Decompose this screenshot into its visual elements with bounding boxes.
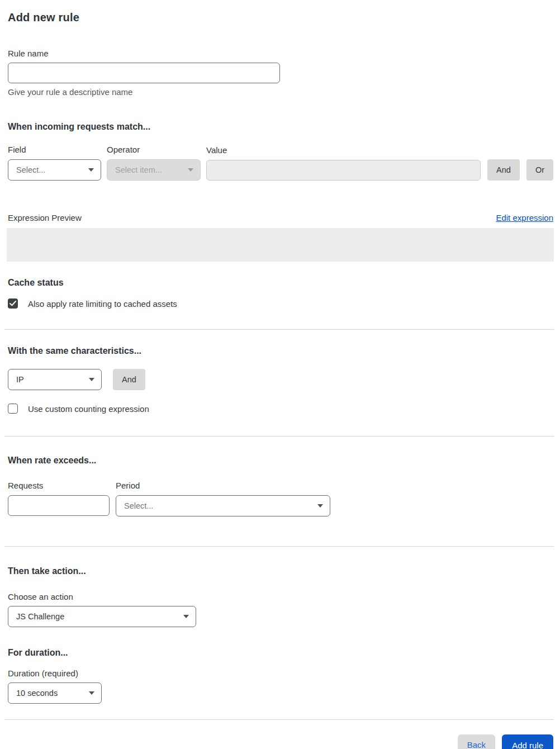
check-icon — [10, 301, 16, 306]
rate-heading: When rate exceeds... — [8, 456, 553, 466]
action-select-value: JS Challenge — [16, 612, 64, 621]
rule-name-input[interactable] — [8, 63, 280, 83]
add-characteristic-and-button[interactable]: And — [113, 369, 145, 390]
value-input — [206, 160, 481, 181]
section-divider — [4, 329, 554, 330]
duration-heading: For duration... — [8, 648, 553, 658]
field-select[interactable]: Select... — [8, 159, 101, 181]
rule-name-helper: Give your rule a descriptive name — [8, 87, 553, 97]
action-heading: Then take action... — [8, 566, 553, 576]
requests-label: Requests — [8, 481, 110, 490]
cached-assets-checkbox-label: Also apply rate limiting to cached asset… — [28, 299, 177, 309]
characteristics-heading: With the same characteristics... — [8, 346, 553, 356]
field-select-value: Select... — [16, 165, 45, 174]
duration-label: Duration (required) — [8, 669, 553, 678]
rule-name-label: Rule name — [8, 49, 553, 58]
period-select[interactable]: Select... — [116, 495, 330, 516]
cache-status-heading: Cache status — [8, 278, 553, 288]
page-title: Add new rule — [8, 11, 553, 24]
cache-checkbox-row: Also apply rate limiting to cached asset… — [8, 298, 553, 309]
section-divider — [4, 436, 554, 437]
custom-counting-checkbox[interactable] — [8, 404, 18, 414]
requests-input[interactable] — [8, 495, 110, 516]
chevron-down-icon — [317, 504, 323, 508]
custom-counting-checkbox-label: Use custom counting expression — [28, 404, 149, 414]
choose-action-label: Choose an action — [8, 592, 553, 601]
or-condition-button[interactable]: Or — [526, 159, 553, 181]
operator-select: Select item... — [107, 159, 201, 181]
expression-preview-box — [7, 228, 554, 262]
section-divider — [4, 546, 554, 547]
operator-label: Operator — [107, 145, 201, 154]
back-button[interactable]: Back — [458, 734, 495, 749]
expression-preview-label: Expression Preview — [8, 213, 82, 222]
characteristic-select-value: IP — [16, 375, 24, 384]
footer-divider — [4, 719, 554, 720]
period-select-value: Select... — [124, 501, 153, 510]
chevron-down-icon — [89, 378, 94, 381]
action-select[interactable]: JS Challenge — [8, 606, 196, 627]
period-label: Period — [116, 481, 330, 490]
field-label: Field — [8, 145, 101, 154]
match-builder-row: Field Select... Operator Select item... … — [8, 145, 553, 181]
add-rule-form: Add new rule Rule name Give your rule a … — [0, 0, 560, 749]
add-rule-button[interactable]: Add rule — [502, 734, 553, 749]
operator-select-value: Select item... — [115, 165, 162, 174]
match-section-heading: When incoming requests match... — [8, 122, 553, 132]
duration-select[interactable]: 10 seconds — [8, 682, 102, 704]
chevron-down-icon — [88, 168, 94, 172]
chevron-down-icon — [183, 615, 189, 618]
value-label: Value — [206, 145, 481, 155]
footer-actions: Back Add rule — [8, 734, 553, 749]
cached-assets-checkbox[interactable] — [8, 298, 18, 309]
edit-expression-link[interactable]: Edit expression — [496, 213, 553, 222]
chevron-down-icon — [188, 168, 193, 172]
custom-counting-row: Use custom counting expression — [8, 404, 553, 414]
chevron-down-icon — [89, 691, 94, 695]
duration-select-value: 10 seconds — [16, 689, 58, 698]
characteristic-select[interactable]: IP — [8, 369, 102, 390]
and-condition-button[interactable]: And — [487, 159, 520, 181]
